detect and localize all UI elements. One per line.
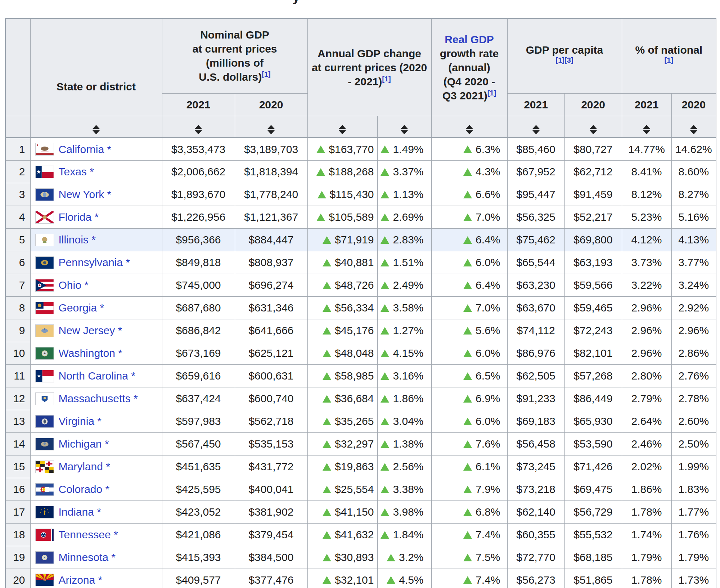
increase-icon (323, 395, 331, 403)
cell-value: 6.9% (476, 392, 500, 405)
real-growth-cell: 6.6% (431, 183, 507, 206)
pct-national-2020-cell: 2.78% (671, 387, 716, 410)
sort-button-state[interactable] (30, 116, 162, 138)
sort-button-per_capita_2021[interactable] (507, 116, 564, 138)
increase-icon (323, 282, 331, 289)
nominal-gdp-header: Nominal GDP at current prices (millions … (162, 18, 307, 93)
state-link[interactable]: Michigan * (59, 438, 109, 450)
state-link[interactable]: Washington * (59, 347, 122, 359)
nominal-2021-cell: $673,169 (162, 342, 235, 365)
cell-value: 3.38% (393, 483, 423, 495)
state-cell: Florida * (30, 206, 162, 229)
state-link[interactable]: New York * (59, 188, 112, 201)
change-usd-cell: $105,589 (307, 206, 377, 229)
reference-link[interactable]: [1][3] (556, 56, 573, 64)
annual-gdp-change-header: Annual GDP change at current prices (202… (307, 18, 431, 116)
reference-link[interactable]: [1] (487, 89, 496, 97)
increase-icon (381, 259, 389, 266)
sort-button-pct_national_2020[interactable] (671, 116, 716, 138)
pct-national-2021-cell: 1.86% (622, 478, 671, 501)
increase-icon (316, 214, 325, 221)
sort-button-real_growth[interactable] (431, 116, 507, 138)
state-link[interactable]: Minnesota * (59, 551, 116, 564)
real-gdp-link[interactable]: Real GDP (445, 33, 494, 45)
increase-icon (323, 236, 331, 244)
pct-national-2020-cell: 4.13% (671, 229, 716, 251)
reference-link[interactable]: [1] (262, 70, 270, 78)
state-link[interactable]: Illinois * (59, 234, 96, 246)
state-link[interactable]: North Carolina * (59, 370, 135, 382)
reference-link[interactable]: [1] (665, 56, 673, 64)
rank-cell: 15 (5, 455, 30, 478)
state-header-label: State or district (57, 81, 136, 93)
pct-national-2021-cell: 1.78% (622, 569, 671, 588)
pct-national-2021-cell: 2.96% (622, 297, 671, 319)
sort-both-icon[interactable] (643, 125, 650, 134)
sort-both-icon[interactable] (267, 125, 275, 134)
sort-both-icon[interactable] (532, 125, 540, 134)
cell-value: 1.84% (393, 529, 423, 541)
rank-cell: 5 (5, 229, 30, 251)
state-link[interactable]: Georgia * (59, 302, 104, 314)
pct-national-2020-cell: 1.99% (671, 455, 716, 478)
change-pct-cell: 2.69% (377, 206, 431, 229)
sort-button-per_capita_2020[interactable] (564, 116, 622, 138)
cell-value: 3.37% (393, 166, 423, 178)
pct-of-national-label: % of national (635, 44, 702, 56)
rank-cell: 2 (5, 161, 30, 183)
state-link[interactable]: New Jersey * (59, 324, 122, 337)
sort-button-change_pct[interactable] (377, 116, 431, 138)
sort-both-icon[interactable] (401, 125, 408, 134)
real-growth-cell: 6.5% (431, 365, 507, 387)
state-link[interactable]: Ohio * (59, 279, 89, 291)
table-row: 13Virginia *$597,983$562,718$35,2653.04%… (5, 410, 716, 433)
increase-icon (381, 418, 389, 425)
sort-both-icon[interactable] (93, 125, 100, 134)
state-link[interactable]: Florida * (59, 211, 99, 223)
increase-icon (381, 372, 389, 380)
state-link[interactable]: Virginia * (59, 415, 102, 427)
sort-both-icon[interactable] (466, 125, 473, 134)
state-link[interactable]: Colorado * (59, 483, 110, 495)
cell-value: $48,726 (335, 279, 374, 291)
state-cell: Washington * (30, 342, 162, 365)
change-pct-cell: 3.38% (377, 478, 431, 501)
state-link[interactable]: Massachusetts * (59, 392, 138, 405)
state-link[interactable]: Pennsylvania * (59, 256, 130, 269)
sort-button-nominal_2020[interactable] (235, 116, 307, 138)
increase-icon (381, 531, 389, 539)
state-link[interactable]: Texas * (59, 166, 94, 178)
state-link[interactable]: California * (59, 143, 112, 156)
cell-value: 1.27% (393, 324, 423, 337)
increase-icon (463, 576, 472, 584)
change-usd-cell: $40,881 (307, 251, 377, 274)
per-capita-2021-cell: $63,230 (507, 274, 564, 297)
table-row: 17Indiana *$423,052$381,902$41,1503.98%6… (5, 501, 716, 524)
state-cell: North Carolina * (30, 365, 162, 387)
sort-both-icon[interactable] (590, 125, 597, 134)
sort-button-nominal_2021[interactable] (162, 116, 235, 138)
flag-icon-virginia (35, 415, 54, 428)
table-row: 11North Carolina *$659,616$600,631$58,98… (5, 365, 716, 387)
nominal-2021-cell: $597,983 (162, 410, 235, 433)
increase-icon (323, 508, 331, 516)
nominal-2020-cell: $1,778,240 (235, 183, 307, 206)
pct-national-2020-cell: 1.73% (671, 569, 716, 588)
state-link[interactable]: Indiana * (59, 506, 101, 518)
cell-value: 7.4% (476, 529, 500, 541)
flag-icon-arizona (35, 574, 54, 586)
change-usd-cell: $45,176 (307, 319, 377, 342)
sort-both-icon[interactable] (339, 125, 346, 134)
increase-icon (381, 168, 389, 176)
sort-button-change_usd[interactable] (307, 116, 377, 138)
table-row: 4Florida *$1,226,956$1,121,367$105,5892.… (5, 206, 716, 229)
sort-button-pct_national_2021[interactable] (622, 116, 671, 138)
state-link[interactable]: Maryland * (59, 461, 110, 473)
sort-both-icon[interactable] (195, 125, 202, 134)
sort-both-icon[interactable] (690, 125, 697, 134)
state-link[interactable]: Tennessee * (59, 529, 118, 541)
cell-value: 6.0% (476, 256, 500, 269)
change-usd-cell: $48,048 (307, 342, 377, 365)
reference-link[interactable]: [1] (382, 75, 391, 83)
state-link[interactable]: Arizona * (59, 574, 103, 586)
